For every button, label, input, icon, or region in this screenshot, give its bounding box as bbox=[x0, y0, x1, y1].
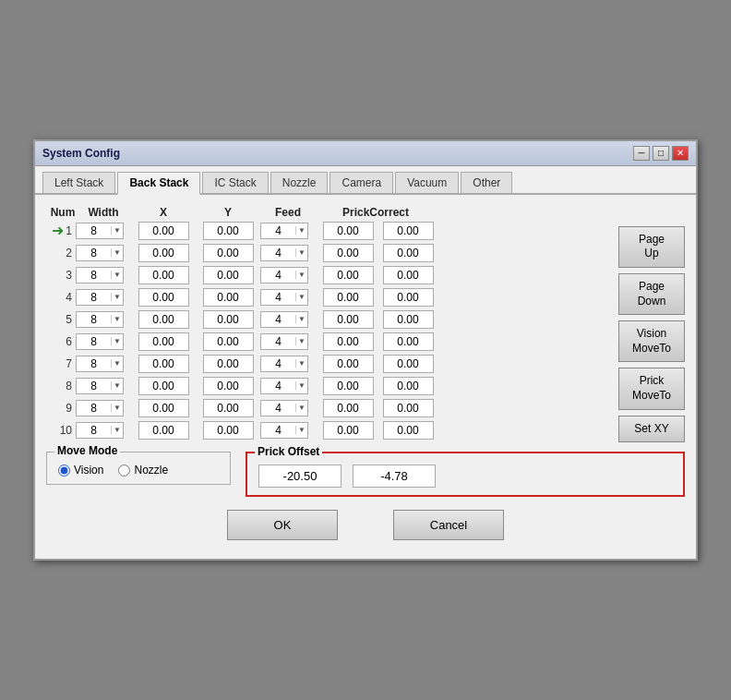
width-select-8[interactable]: 8 ▼ bbox=[76, 378, 124, 394]
feed-select-8[interactable]: 4 ▼ bbox=[260, 378, 308, 394]
prick-move-to-button[interactable]: PrickMoveTo bbox=[618, 368, 685, 409]
tab-vacuum[interactable]: Vacuum bbox=[395, 172, 459, 193]
feed-dropdown-icon-4[interactable]: ▼ bbox=[295, 293, 307, 301]
width-dropdown-icon-7[interactable]: ▼ bbox=[111, 359, 123, 368]
pc2-input-7[interactable] bbox=[383, 355, 434, 373]
pc1-input-1[interactable] bbox=[323, 222, 374, 240]
feed-dropdown-icon-10[interactable]: ▼ bbox=[295, 426, 307, 434]
pc1-input-6[interactable] bbox=[323, 332, 374, 351]
pc2-input-8[interactable] bbox=[383, 377, 434, 395]
tab-camera[interactable]: Camera bbox=[330, 172, 393, 193]
pc2-input-9[interactable] bbox=[383, 399, 434, 417]
width-dropdown-icon-2[interactable]: ▼ bbox=[111, 248, 123, 257]
pc1-input-5[interactable] bbox=[323, 310, 374, 329]
pc1-input-3[interactable] bbox=[323, 266, 374, 284]
width-dropdown-icon-8[interactable]: ▼ bbox=[111, 381, 123, 390]
feed-dropdown-icon-6[interactable]: ▼ bbox=[295, 337, 307, 345]
minimize-button[interactable]: ─ bbox=[633, 146, 650, 161]
pc1-input-4[interactable] bbox=[323, 288, 374, 307]
width-select-4[interactable]: 8 ▼ bbox=[76, 289, 124, 306]
tab-ic-stack[interactable]: IC Stack bbox=[202, 172, 268, 193]
tab-other[interactable]: Other bbox=[461, 172, 512, 193]
radio-vision-input[interactable] bbox=[58, 465, 70, 477]
width-select-3[interactable]: 8 ▼ bbox=[76, 267, 124, 284]
y-input-10[interactable] bbox=[203, 421, 254, 440]
ok-button[interactable]: OK bbox=[227, 510, 338, 540]
width-dropdown-icon-9[interactable]: ▼ bbox=[111, 404, 123, 412]
width-select-7[interactable]: 8 ▼ bbox=[76, 356, 124, 372]
width-dropdown-icon-10[interactable]: ▼ bbox=[111, 426, 123, 434]
x-input-8[interactable] bbox=[138, 377, 189, 395]
feed-dropdown-icon-7[interactable]: ▼ bbox=[295, 359, 307, 368]
y-input-2[interactable] bbox=[203, 244, 254, 262]
feed-select-10[interactable]: 4 ▼ bbox=[260, 422, 308, 439]
x-input-5[interactable] bbox=[138, 310, 189, 329]
radio-nozzle[interactable]: Nozzle bbox=[118, 464, 168, 477]
feed-dropdown-icon-9[interactable]: ▼ bbox=[295, 404, 307, 412]
feed-select-4[interactable]: 4 ▼ bbox=[260, 289, 308, 306]
x-input-2[interactable] bbox=[138, 244, 189, 262]
restore-button[interactable]: □ bbox=[653, 146, 669, 161]
y-input-7[interactable] bbox=[203, 355, 254, 373]
y-input-8[interactable] bbox=[203, 377, 254, 395]
feed-dropdown-icon-8[interactable]: ▼ bbox=[295, 381, 307, 390]
feed-select-3[interactable]: 4 ▼ bbox=[260, 267, 308, 284]
pc2-input-6[interactable] bbox=[383, 332, 434, 351]
x-input-1[interactable] bbox=[138, 222, 189, 240]
prick-offset-value2[interactable] bbox=[353, 465, 436, 488]
pc1-input-10[interactable] bbox=[323, 421, 374, 440]
pc1-input-9[interactable] bbox=[323, 399, 374, 417]
y-input-5[interactable] bbox=[203, 310, 254, 329]
y-input-4[interactable] bbox=[203, 288, 254, 307]
pc1-input-2[interactable] bbox=[323, 244, 374, 262]
width-dropdown-icon-5[interactable]: ▼ bbox=[111, 315, 123, 323]
y-input-3[interactable] bbox=[203, 266, 254, 284]
set-xy-button[interactable]: Set XY bbox=[618, 416, 685, 443]
pc2-input-4[interactable] bbox=[383, 288, 434, 307]
feed-select-6[interactable]: 4 ▼ bbox=[260, 333, 308, 350]
pc2-input-10[interactable] bbox=[383, 421, 434, 440]
feed-select-7[interactable]: 4 ▼ bbox=[260, 356, 308, 372]
tab-left-stack[interactable]: Left Stack bbox=[42, 172, 115, 193]
width-dropdown-icon-6[interactable]: ▼ bbox=[111, 337, 123, 345]
radio-vision[interactable]: Vision bbox=[58, 464, 103, 477]
page-down-button[interactable]: PageDown bbox=[618, 273, 685, 315]
feed-dropdown-icon-1[interactable]: ▼ bbox=[295, 226, 307, 235]
pc2-input-2[interactable] bbox=[383, 244, 434, 262]
tab-back-stack[interactable]: Back Stack bbox=[117, 172, 200, 195]
prick-offset-value1[interactable] bbox=[258, 465, 342, 488]
close-button[interactable]: ✕ bbox=[672, 146, 689, 161]
feed-select-9[interactable]: 4 ▼ bbox=[260, 400, 308, 416]
width-select-9[interactable]: 8 ▼ bbox=[76, 400, 124, 416]
x-input-4[interactable] bbox=[138, 288, 189, 307]
feed-select-2[interactable]: 4 ▼ bbox=[260, 245, 308, 261]
width-dropdown-icon-4[interactable]: ▼ bbox=[111, 293, 123, 301]
feed-dropdown-icon-5[interactable]: ▼ bbox=[295, 315, 307, 323]
width-select-6[interactable]: 8 ▼ bbox=[76, 333, 124, 350]
width-select-1[interactable]: 8 ▼ bbox=[76, 223, 124, 239]
y-input-1[interactable] bbox=[203, 222, 254, 240]
pc1-input-8[interactable] bbox=[323, 377, 374, 395]
width-select-5[interactable]: 8 ▼ bbox=[76, 311, 124, 328]
x-input-9[interactable] bbox=[138, 399, 189, 417]
feed-dropdown-icon-2[interactable]: ▼ bbox=[295, 248, 307, 257]
tab-nozzle[interactable]: Nozzle bbox=[270, 172, 329, 193]
pc2-input-5[interactable] bbox=[383, 310, 434, 329]
pc2-input-1[interactable] bbox=[383, 222, 434, 240]
x-input-7[interactable] bbox=[138, 355, 189, 373]
width-dropdown-icon-1[interactable]: ▼ bbox=[111, 226, 123, 235]
pc1-input-7[interactable] bbox=[323, 355, 374, 373]
width-select-10[interactable]: 8 ▼ bbox=[76, 422, 124, 439]
x-input-3[interactable] bbox=[138, 266, 189, 284]
radio-nozzle-input[interactable] bbox=[118, 465, 130, 477]
x-input-10[interactable] bbox=[138, 421, 189, 440]
width-select-2[interactable]: 8 ▼ bbox=[76, 245, 124, 261]
feed-select-5[interactable]: 4 ▼ bbox=[260, 311, 308, 328]
width-dropdown-icon-3[interactable]: ▼ bbox=[111, 271, 123, 279]
y-input-6[interactable] bbox=[203, 332, 254, 351]
pc2-input-3[interactable] bbox=[383, 266, 434, 284]
vision-move-to-button[interactable]: VisionMoveTo bbox=[618, 320, 685, 362]
cancel-button[interactable]: Cancel bbox=[393, 510, 504, 540]
feed-select-1[interactable]: 4 ▼ bbox=[260, 223, 308, 239]
x-input-6[interactable] bbox=[138, 332, 189, 351]
